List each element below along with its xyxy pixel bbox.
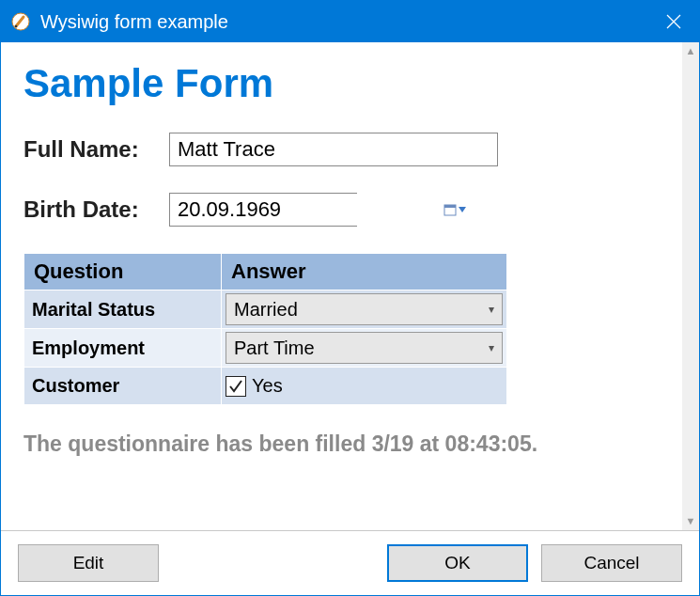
table-row: Employment Part Time ▾ — [24, 329, 507, 368]
app-icon — [10, 11, 31, 32]
close-button[interactable] — [652, 1, 695, 42]
full-name-input[interactable] — [169, 133, 498, 166]
employment-combo[interactable]: Part Time ▾ — [226, 332, 503, 364]
calendar-icon — [443, 203, 457, 216]
marital-status-combo[interactable]: Married ▾ — [226, 293, 503, 325]
col-question: Question — [24, 254, 222, 290]
combo-value: Married — [234, 299, 489, 321]
close-icon — [666, 14, 681, 29]
table-row: Marital Status Married ▾ — [24, 290, 507, 329]
cancel-button[interactable]: Cancel — [541, 544, 682, 582]
dialog-window: Wysiwig form example Sample Form Full Na… — [0, 0, 700, 596]
table-row: Customer Yes — [24, 368, 507, 405]
body-area: Sample Form Full Name: Birth Date: — [1, 42, 699, 530]
question-cell: Marital Status — [24, 290, 222, 329]
vertical-scrollbar[interactable]: ▲ ▼ — [682, 42, 699, 530]
chevron-down-icon: ▾ — [489, 341, 494, 354]
full-name-label: Full Name: — [23, 136, 169, 163]
combo-value: Part Time — [234, 337, 489, 359]
birth-date-row: Birth Date: — [23, 193, 660, 227]
full-name-row: Full Name: — [23, 133, 660, 166]
chevron-down-icon: ▾ — [489, 303, 494, 316]
window-title: Wysiwig form example — [40, 11, 228, 33]
birth-date-label: Birth Date: — [23, 196, 169, 223]
page-title: Sample Form — [23, 61, 660, 106]
scroll-up-icon: ▲ — [686, 46, 696, 56]
scroll-down-icon: ▼ — [686, 516, 696, 526]
edit-button[interactable]: Edit — [18, 544, 159, 582]
checkbox-label: Yes — [252, 375, 283, 397]
col-answer: Answer — [222, 254, 507, 290]
check-icon — [228, 379, 243, 394]
birth-date-input[interactable] — [170, 194, 443, 226]
birth-date-field — [169, 193, 357, 227]
chevron-down-icon — [459, 207, 466, 212]
customer-checkbox[interactable] — [226, 376, 246, 397]
svg-point-1 — [15, 25, 18, 28]
content: Sample Form Full Name: Birth Date: — [1, 42, 682, 530]
status-text: The questionnaire has been filled 3/19 a… — [23, 431, 660, 457]
qa-table: Question Answer Marital Status Married ▾ — [23, 253, 507, 405]
date-picker-button[interactable] — [443, 194, 466, 226]
question-cell: Employment — [24, 329, 222, 368]
button-bar: Edit OK Cancel — [1, 530, 699, 595]
question-cell: Customer — [24, 368, 222, 405]
ok-button[interactable]: OK — [387, 544, 528, 582]
svg-marker-7 — [459, 207, 466, 212]
title-bar: Wysiwig form example — [1, 1, 699, 42]
svg-rect-5 — [444, 205, 456, 208]
